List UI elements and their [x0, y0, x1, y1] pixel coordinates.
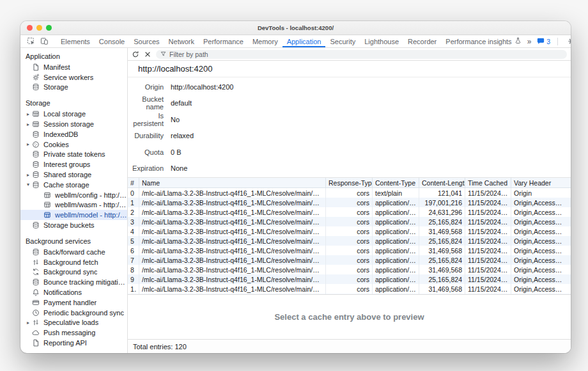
sidebar-item-payment-handler[interactable]: Payment handler — [20, 297, 127, 308]
table-cell-num: 4 — [128, 226, 139, 236]
tab-lighthouse[interactable]: Lighthouse — [360, 35, 403, 47]
column-header-response-type[interactable]: Response-Type — [326, 178, 373, 187]
table-cell-time-cached: 11/15/2024, 10… — [465, 217, 511, 226]
table-row[interactable]: 2/mlc-ai/Llama-3.2-3B-Instruct-q4f16_1-M… — [128, 207, 571, 217]
sidebar-item-session-storage[interactable]: ▸Session storage — [20, 119, 127, 129]
issues-counter[interactable]: 3 — [537, 38, 550, 45]
sidebar-item-notifications[interactable]: Notifications — [20, 287, 127, 297]
table-cell-response-type: cors — [326, 265, 373, 274]
table-row[interactable]: 0/mlc-ai/Llama-3.2-3B-Instruct-q4f16_1-M… — [128, 188, 571, 198]
tab-network[interactable]: Network — [164, 35, 199, 47]
table-cell-content-type: application/oc… — [373, 226, 419, 236]
cell-text: 1 — [130, 199, 134, 207]
sidebar-item-webllm-config-http-loc[interactable]: webllm/config - http://loc… — [20, 190, 127, 200]
sidebar-item-back-forward-cache[interactable]: Back/forward cache — [20, 247, 127, 257]
device-toolbar-icon[interactable] — [38, 35, 51, 47]
chevron-right-icon[interactable]: ▸ — [24, 320, 32, 326]
table-row[interactable]: 9/mlc-ai/Llama-3.2-3B-Instruct-q4f16_1-M… — [128, 274, 571, 284]
table-cell-time-cached: 11/15/2024, 10… — [465, 255, 511, 265]
database-icon — [32, 221, 40, 229]
tab-sources[interactable]: Sources — [129, 35, 164, 47]
cell-text: Origin,Access… — [514, 209, 562, 216]
tab-memory[interactable]: Memory — [248, 35, 282, 47]
tab-label: Sources — [134, 38, 159, 45]
cell-text: /mlc-ai/Llama-3.2-3B-Instruct-q4f16_1-ML… — [142, 237, 323, 245]
tab-elements[interactable]: Elements — [56, 35, 95, 47]
sidebar-item-indexeddb[interactable]: IndexedDB — [20, 129, 127, 139]
sidebar-item-label: Background sync — [43, 268, 97, 276]
sidebar-item-bounce-tracking-mitigations[interactable]: Bounce tracking mitigations — [20, 277, 127, 287]
sidebar-item-background-sync[interactable]: Background sync — [20, 267, 127, 278]
sidebar-item-label: webllm/config - http://loc… — [55, 191, 127, 199]
filter-input[interactable] — [169, 51, 562, 58]
inspect-element-icon[interactable] — [24, 35, 38, 47]
sidebar-item-local-storage[interactable]: ▸Local storage — [20, 109, 127, 119]
table-row[interactable]: 6/mlc-ai/Llama-3.2-3B-Instruct-q4f16_1-M… — [128, 246, 571, 255]
flask-icon — [514, 37, 522, 45]
tab-performance-insights[interactable]: Performance insights — [441, 35, 525, 47]
table-row[interactable]: 3/mlc-ai/Llama-3.2-3B-Instruct-q4f16_1-M… — [128, 217, 571, 226]
refresh-button[interactable] — [132, 51, 139, 58]
sidebar-item-reporting-api[interactable]: Reporting API — [20, 338, 127, 348]
chevron-right-icon[interactable]: ▸ — [24, 122, 32, 127]
sidebar-section-background-services: Background servicesBack/forward cacheBac… — [20, 236, 127, 348]
tab-console[interactable]: Console — [95, 35, 129, 47]
table-cell-vary-header: Origin — [511, 188, 571, 198]
tab-security[interactable]: Security — [325, 35, 360, 47]
tab-label: Console — [99, 38, 125, 45]
sidebar-item-background-fetch[interactable]: Background fetch — [20, 257, 127, 267]
cell-text: 25,165,824 — [428, 257, 462, 264]
more-tabs-icon[interactable]: » — [526, 37, 533, 46]
table-cell-num: 8 — [128, 265, 139, 274]
sidebar-item-push-messaging[interactable]: Push messaging — [20, 328, 127, 338]
column-header-content-type[interactable]: Content-Type — [373, 178, 419, 187]
sidebar-item-cache-storage[interactable]: ▾Cache storage — [20, 180, 127, 190]
sidebar-item-shared-storage[interactable]: ▸Shared storage — [20, 170, 127, 180]
title-bar[interactable]: DevTools - localhost:4200/ — [20, 21, 571, 35]
sidebar-item-interest-groups[interactable]: Interest groups — [20, 159, 127, 170]
chevron-right-icon[interactable]: ▸ — [24, 172, 32, 178]
table-row[interactable]: 5/mlc-ai/Llama-3.2-3B-Instruct-q4f16_1-M… — [128, 236, 571, 246]
table-cell-vary-header: Origin,Access… — [511, 236, 571, 246]
sidebar-item-private-state-tokens[interactable]: Private state tokens — [20, 150, 127, 160]
service-worker-icon — [32, 74, 40, 81]
sidebar-item-storage[interactable]: Storage — [20, 83, 127, 93]
column-header-vary-header[interactable]: Vary Header — [511, 178, 571, 187]
table-row[interactable]: 4/mlc-ai/Llama-3.2-3B-Instruct-q4f16_1-M… — [128, 226, 571, 236]
sidebar-item-manifest[interactable]: Manifest — [20, 62, 127, 72]
chevron-right-icon[interactable]: ▸ — [24, 141, 32, 147]
table-cell-name: /mlc-ai/Llama-3.2-3B-Instruct-q4f16_1-ML… — [139, 236, 326, 246]
column-header-name[interactable]: Name — [139, 178, 326, 187]
sidebar-item-speculative-loads[interactable]: ▸Speculative loads — [20, 318, 127, 328]
cell-text: 11/15/2024, 10… — [468, 237, 508, 245]
sidebar-item-label: Manifest — [43, 63, 70, 71]
table-cell-response-type: cors — [326, 198, 373, 207]
column-header-[interactable]: # — [128, 178, 139, 187]
tab-recorder[interactable]: Recorder — [403, 35, 441, 47]
chevron-right-icon[interactable]: ▸ — [24, 111, 32, 117]
sidebar-item-webllm-wasm-http-loca[interactable]: webllm/wasm - http://loca… — [20, 200, 127, 210]
sidebar-item-label: Service workers — [43, 74, 93, 81]
tab-performance[interactable]: Performance — [199, 35, 248, 47]
sidebar-item-webllm-model-http-loc[interactable]: webllm/model - http://loc… — [20, 210, 127, 220]
sidebar-item-cookies[interactable]: ▸Cookies — [20, 139, 127, 150]
table-row[interactable]: 8/mlc-ai/Llama-3.2-3B-Instruct-q4f16_1-M… — [128, 265, 571, 274]
table-cell-num: 5 — [128, 236, 139, 246]
sidebar-item-service-workers[interactable]: Service workers — [20, 72, 127, 83]
table-row[interactable]: 10/mlc-ai/Llama-3.2-3B-Instruct-q4f16_1-… — [128, 284, 571, 294]
tab-application[interactable]: Application — [282, 35, 326, 47]
sidebar-item-periodic-background-sync[interactable]: Periodic background sync — [20, 308, 127, 318]
table-row[interactable]: 1/mlc-ai/Llama-3.2-3B-Instruct-q4f16_1-M… — [128, 198, 571, 207]
column-header-content-length[interactable]: Content-Length — [419, 178, 465, 187]
delete-selected-button[interactable] — [144, 51, 151, 58]
settings-gear-icon[interactable] — [565, 37, 571, 45]
column-header-time-cached[interactable]: Time Cached — [465, 178, 511, 187]
tab-label: Security — [330, 38, 355, 45]
chevron-down-icon[interactable]: ▾ — [24, 182, 32, 187]
sidebar-item-label: webllm/wasm - http://loca… — [55, 201, 127, 209]
sidebar-item-storage-buckets[interactable]: Storage buckets — [20, 220, 127, 230]
sidebar-item-label: Background fetch — [43, 258, 98, 266]
cell-text: cors — [357, 237, 369, 245]
cell-text: cors — [357, 247, 369, 255]
table-row[interactable]: 7/mlc-ai/Llama-3.2-3B-Instruct-q4f16_1-M… — [128, 255, 571, 265]
